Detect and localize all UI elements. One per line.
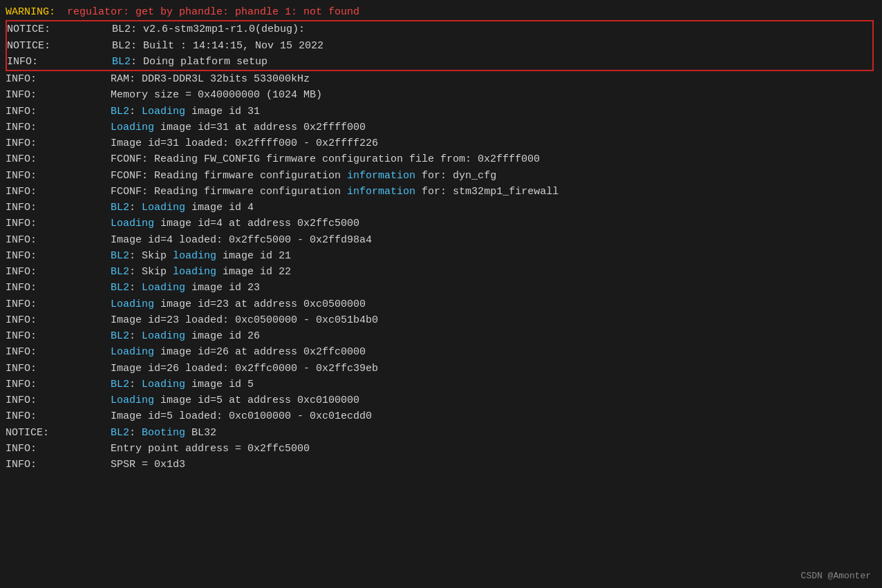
log-level: INFO:: [6, 168, 61, 184]
log-level: INFO:: [6, 296, 61, 312]
log-level: INFO:: [6, 377, 61, 392]
log-text: Loading: [111, 216, 154, 231]
log-level: INFO:: [6, 264, 61, 280]
log-text: for: stm32mp1_firewall: [415, 184, 559, 200]
log-line: INFO: BL2: Loading image id 23: [6, 280, 876, 296]
log-line: INFO: Image id=31 loaded: 0x2ffff000 - 0…: [6, 135, 876, 151]
log-text: image id 5: [185, 377, 254, 392]
log-level: INFO:: [6, 248, 61, 264]
log-text: [61, 264, 111, 280]
log-text: FCONF: Reading firmware configuration: [61, 184, 347, 200]
log-text: [61, 280, 111, 296]
log-line: INFO: FCONF: Reading FW_CONFIG firmware …: [6, 151, 876, 167]
log-level: INFO:: [6, 312, 61, 328]
log-text: SPSR = 0x1d3: [61, 457, 185, 473]
log-text: [61, 104, 111, 120]
log-text: [61, 216, 111, 231]
log-line: INFO: Loading image id=5 at address 0xc0…: [6, 392, 876, 408]
log-line: INFO: BL2: Skip loading image id 22: [6, 264, 876, 280]
log-text: BL2: [112, 54, 131, 70]
log-text: [62, 54, 112, 70]
log-text: FCONF: Reading firmware configuration: [61, 168, 347, 184]
log-text: BL2: [111, 328, 129, 344]
log-level: INFO:: [6, 441, 61, 457]
log-level: WARNING:: [6, 4, 61, 20]
log-text: image id=5 at address 0xc0100000: [154, 392, 359, 408]
log-text: image id=26 at address 0x2ffc0000: [154, 344, 366, 360]
log-text: Loading: [111, 392, 154, 408]
log-text: information: [347, 168, 415, 184]
log-level: INFO:: [6, 151, 61, 167]
log-text: image id=23 at address 0xc0500000: [154, 296, 366, 312]
terminal-output: WARNING: regulator: get by phandle: phan…: [0, 3, 882, 474]
log-line: NOTICE: BL2: Booting BL32: [6, 425, 876, 441]
log-line: INFO: BL2: Loading image id 26: [6, 328, 876, 344]
log-line: INFO: Loading image id=31 at address 0x2…: [6, 120, 876, 135]
log-text: FCONF: Reading FW_CONFIG firmware config…: [61, 151, 540, 167]
log-text: image id 26: [185, 328, 260, 344]
log-text: image id 31: [185, 104, 260, 120]
log-text: BL2: v2.6-stm32mp1-r1.0(debug):: [62, 21, 305, 37]
log-text: Entry point address = 0x2ffc5000: [61, 441, 310, 457]
log-text: for: dyn_cfg: [415, 168, 496, 184]
log-line: NOTICE: BL2: Built : 14:14:15, Nov 15 20…: [7, 38, 872, 54]
log-text: Loading: [142, 104, 185, 120]
log-text: BL2: [111, 377, 129, 392]
log-level: INFO:: [6, 408, 61, 424]
log-text: :: [129, 280, 142, 296]
log-text: :: [129, 377, 142, 392]
log-level: INFO:: [6, 328, 61, 344]
log-text: : Doing platform setup: [131, 54, 268, 70]
log-level: NOTICE:: [7, 21, 62, 37]
log-text: BL2: [111, 425, 129, 441]
log-line: INFO: BL2: Loading image id 31: [6, 104, 876, 120]
log-level: INFO:: [6, 344, 61, 360]
log-text: BL2: [111, 248, 129, 264]
log-level: INFO:: [6, 457, 61, 473]
log-level: INFO:: [6, 71, 61, 87]
log-text: [61, 296, 111, 312]
log-text: Loading: [142, 328, 185, 344]
log-text: [61, 377, 111, 392]
log-text: RAM: DDR3-DDR3L 32bits 533000kHz: [61, 71, 310, 87]
log-text: BL32: [185, 425, 216, 441]
log-level: INFO:: [6, 216, 61, 231]
log-text: Booting: [142, 425, 185, 441]
log-level: INFO:: [6, 87, 61, 103]
log-text: Memory size = 0x40000000 (1024 MB): [61, 87, 322, 103]
log-text: Image id=31 loaded: 0x2ffff000 - 0x2ffff…: [61, 135, 378, 151]
log-line: INFO: Image id=5 loaded: 0xc0100000 - 0x…: [6, 408, 876, 424]
log-line: NOTICE: BL2: v2.6-stm32mp1-r1.0(debug):: [7, 21, 872, 37]
watermark: CSDN @Amonter: [801, 571, 871, 581]
log-text: image id 23: [185, 280, 260, 296]
log-text: [61, 344, 111, 360]
log-text: :: [129, 425, 142, 441]
log-level: INFO:: [6, 392, 61, 408]
log-line: INFO: SPSR = 0x1d3: [6, 457, 876, 473]
log-text: :: [129, 200, 142, 216]
log-text: Loading: [142, 280, 185, 296]
log-text: information: [347, 184, 415, 200]
log-text: loading: [173, 264, 216, 280]
log-line: INFO: FCONF: Reading firmware configurat…: [6, 168, 876, 184]
log-text: Image id=26 loaded: 0x2ffc0000 - 0x2ffc3…: [61, 361, 378, 377]
log-line: INFO: BL2: Skip loading image id 21: [6, 248, 876, 264]
log-level: NOTICE:: [7, 38, 62, 54]
log-text: image id 21: [216, 248, 291, 264]
log-text: [61, 392, 111, 408]
log-text: Image id=23 loaded: 0xc0500000 - 0xc051b…: [61, 312, 378, 328]
log-text: Loading: [111, 296, 154, 312]
log-text: BL2: [111, 280, 129, 296]
log-text: : Skip: [129, 248, 173, 264]
log-line: INFO: RAM: DDR3-DDR3L 32bits 533000kHz: [6, 71, 876, 87]
log-text: Image id=4 loaded: 0x2ffc5000 - 0x2ffd98…: [61, 232, 372, 248]
log-line: INFO: BL2: Loading image id 4: [6, 200, 876, 216]
log-level: INFO:: [6, 104, 61, 120]
log-level: INFO:: [6, 361, 61, 377]
log-text: loading: [173, 248, 216, 264]
log-level: INFO:: [6, 120, 61, 135]
log-level: INFO:: [6, 200, 61, 216]
log-text: regulator: get by phandle: phandle 1: no…: [61, 4, 359, 20]
log-text: Loading: [111, 120, 154, 135]
log-line: INFO: Image id=26 loaded: 0x2ffc0000 - 0…: [6, 361, 876, 377]
